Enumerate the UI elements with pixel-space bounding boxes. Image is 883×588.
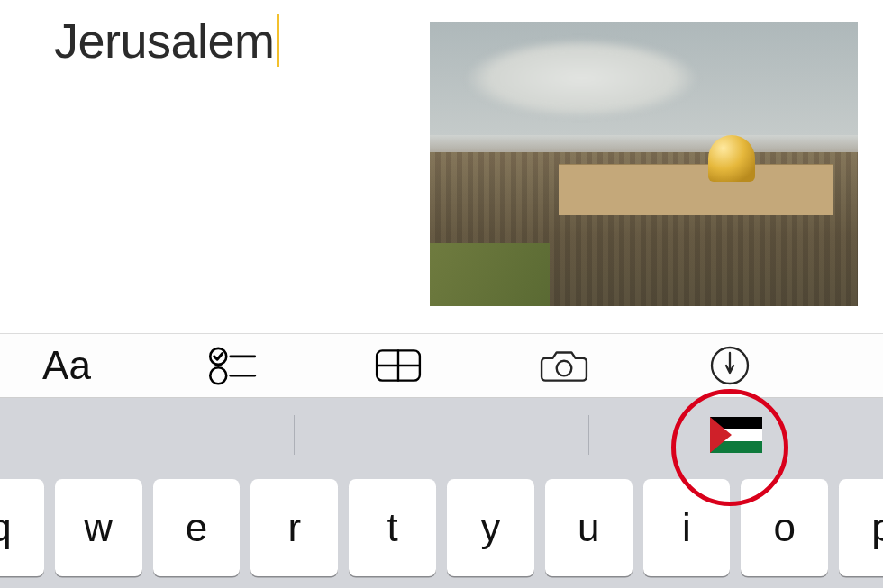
key-u[interactable]: u — [545, 479, 633, 576]
notes-format-toolbar: Aa — [0, 333, 883, 398]
svg-point-7 — [557, 361, 572, 376]
suggestion-slot-1[interactable] — [0, 398, 294, 472]
table-icon — [374, 344, 423, 387]
checklist-button[interactable] — [204, 341, 261, 390]
inset-photo-jerusalem — [430, 22, 858, 306]
key-w[interactable]: w — [55, 479, 142, 576]
note-body-text: Jerusalem — [54, 13, 275, 68]
text-caret — [277, 14, 279, 67]
flag-palestine-icon — [710, 417, 762, 453]
suggestion-slot-2[interactable] — [295, 398, 588, 472]
keyboard-suggestion-bar — [0, 398, 883, 472]
typed-text: Jerusalem — [54, 13, 279, 68]
markup-button[interactable] — [701, 341, 759, 390]
key-t[interactable]: t — [349, 479, 436, 576]
checklist-icon — [208, 344, 257, 387]
text-style-icon: Aa — [42, 343, 91, 388]
note-editor[interactable]: Jerusalem — [0, 0, 883, 333]
markup-pen-icon — [705, 344, 754, 387]
camera-button[interactable] — [535, 341, 593, 390]
dome-of-the-rock — [708, 135, 755, 182]
keyboard-row-1: q w e r t y u i o p — [0, 472, 883, 588]
format-text-button[interactable]: Aa — [38, 341, 96, 390]
key-q[interactable]: q — [0, 479, 44, 576]
key-r[interactable]: r — [250, 479, 338, 576]
insert-table-button[interactable] — [369, 341, 427, 390]
key-i[interactable]: i — [643, 479, 731, 576]
suggestion-slot-3[interactable] — [589, 398, 883, 472]
key-o[interactable]: o — [741, 479, 828, 576]
key-p[interactable]: p — [839, 479, 883, 576]
svg-point-2 — [210, 367, 226, 384]
camera-icon — [540, 344, 588, 387]
key-y[interactable]: y — [447, 479, 534, 576]
key-e[interactable]: e — [153, 479, 241, 576]
